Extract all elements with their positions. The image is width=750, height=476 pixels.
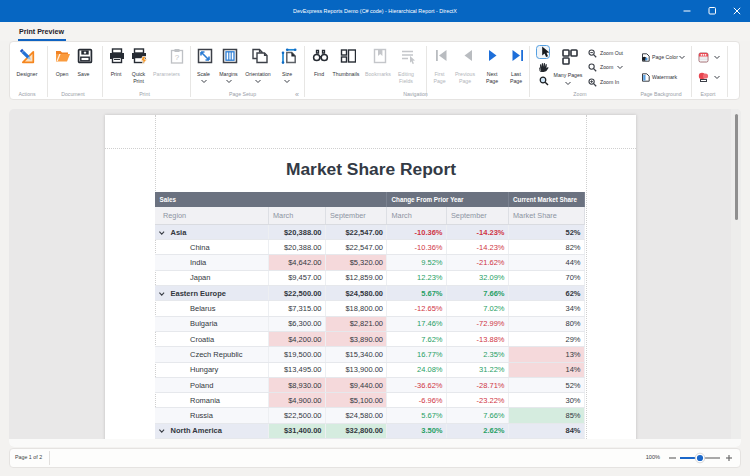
svg-text:?: ? bbox=[175, 53, 180, 62]
